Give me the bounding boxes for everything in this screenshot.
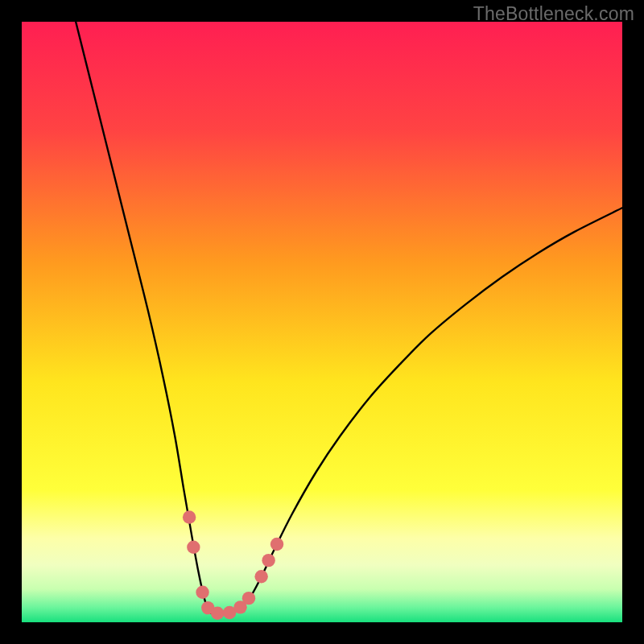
chart-frame: TheBottleneck.com — [0, 0, 644, 644]
curve-dot — [196, 585, 208, 598]
curve-dot — [187, 541, 200, 554]
curve-dot — [242, 592, 255, 605]
curve-dot — [254, 570, 267, 583]
watermark-text: TheBottleneck.com — [473, 3, 634, 25]
chart-plot-area — [22, 22, 622, 622]
curve-dot — [270, 538, 283, 551]
curve-dot — [211, 607, 224, 620]
curve-dot — [262, 554, 275, 567]
chart-svg — [22, 22, 622, 622]
curve-dot — [183, 510, 196, 523]
chart-background — [22, 22, 622, 622]
